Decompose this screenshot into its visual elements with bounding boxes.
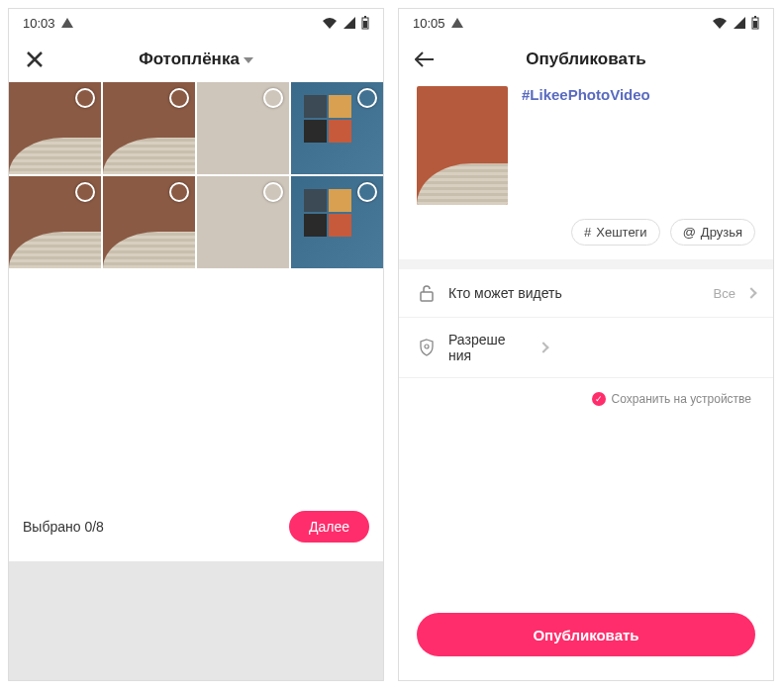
svg-rect-4: [754, 16, 756, 18]
select-circle[interactable]: [263, 182, 283, 202]
media-preview[interactable]: [417, 86, 508, 205]
status-time: 10:03: [23, 16, 55, 31]
photo-thumb[interactable]: [103, 176, 195, 268]
photo-thumb[interactable]: [291, 176, 383, 268]
chevron-down-icon: [244, 57, 253, 63]
shield-icon: [417, 338, 437, 357]
selected-count: Выбрано 0/8: [23, 519, 104, 535]
svg-rect-6: [421, 292, 433, 301]
select-circle[interactable]: [75, 88, 95, 108]
caption-input[interactable]: #LikeePhotoVideo: [522, 86, 755, 103]
privacy-row[interactable]: Кто может видеть Все: [399, 269, 773, 318]
privacy-value: Все: [714, 286, 735, 301]
title-bar: Опубликовать: [399, 37, 773, 82]
hash-icon: #: [584, 225, 591, 240]
close-button[interactable]: [23, 48, 47, 71]
back-button[interactable]: [413, 48, 437, 71]
select-circle[interactable]: [357, 88, 377, 108]
bottom-panel: [9, 561, 383, 680]
signal-icon: [343, 17, 355, 29]
picker-footer: Выбрано 0/8 Далее: [9, 492, 383, 561]
permissions-label: Разреше ния: [448, 332, 528, 363]
photo-grid: [9, 82, 383, 268]
spacer: [399, 420, 773, 613]
svg-point-7: [425, 345, 429, 348]
publish-button[interactable]: Опубликовать: [417, 613, 755, 656]
screen-publish: 10:05 Опубликовать #LikeePhotoVide: [398, 8, 774, 681]
at-icon: @: [683, 225, 696, 240]
title-bar: Фотоплёнка: [9, 37, 383, 82]
chevron-right-icon: [745, 287, 756, 298]
select-circle[interactable]: [75, 182, 95, 202]
screen-photo-picker: 10:03 Фотоплёнка: [8, 8, 384, 681]
save-device-label: Сохранить на устройстве: [612, 392, 751, 406]
album-dropdown[interactable]: Фотоплёнка: [139, 50, 253, 69]
page-title: Опубликовать: [526, 50, 645, 69]
svg-rect-5: [753, 21, 757, 28]
status-time: 10:05: [413, 16, 445, 31]
photo-thumb[interactable]: [103, 82, 195, 174]
section-divider: [399, 259, 773, 269]
photo-thumb[interactable]: [197, 176, 289, 268]
photo-thumb[interactable]: [9, 176, 101, 268]
photo-thumb[interactable]: [197, 82, 289, 174]
privacy-label: Кто может видеть: [448, 285, 702, 301]
lock-icon: [417, 283, 437, 303]
status-bar: 10:05: [399, 9, 773, 37]
battery-icon: [751, 16, 759, 30]
chevron-right-icon: [538, 342, 548, 352]
select-circle[interactable]: [169, 88, 189, 108]
status-bar: 10:03: [9, 9, 383, 37]
photo-thumb[interactable]: [9, 82, 101, 174]
save-device-toggle[interactable]: ✓ Сохранить на устройстве: [399, 378, 773, 420]
blank-area: [9, 268, 383, 492]
warning-icon: [61, 18, 73, 28]
select-circle[interactable]: [357, 182, 377, 202]
check-icon: ✓: [592, 392, 606, 406]
compose-area: #LikeePhotoVideo: [399, 82, 773, 219]
select-circle[interactable]: [169, 182, 189, 202]
battery-icon: [361, 16, 369, 30]
wifi-icon: [322, 17, 338, 29]
hashtags-chip[interactable]: # Хештеги: [571, 219, 660, 246]
permissions-row[interactable]: Разреше ния: [399, 318, 773, 378]
chip-row: # Хештеги @ Друзья: [399, 219, 773, 259]
svg-rect-1: [364, 16, 366, 18]
wifi-icon: [712, 17, 728, 29]
title-text: Фотоплёнка: [139, 50, 240, 69]
svg-rect-2: [363, 21, 367, 28]
signal-icon: [734, 17, 745, 29]
select-circle[interactable]: [263, 88, 283, 108]
next-button[interactable]: Далее: [289, 511, 369, 543]
friends-chip[interactable]: @ Друзья: [670, 219, 755, 246]
photo-thumb[interactable]: [291, 82, 383, 174]
warning-icon: [451, 18, 463, 28]
